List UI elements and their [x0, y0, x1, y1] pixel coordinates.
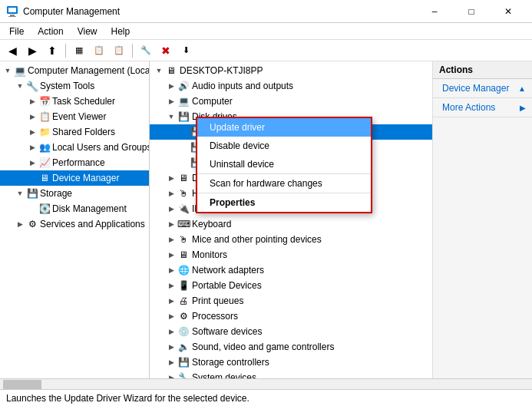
dev-print[interactable]: ▶ 🖨 Print queues	[150, 293, 432, 309]
actions-device-manager-arrow: ▲	[518, 84, 526, 93]
sidebar-label-shared-folders: Shared Folders	[52, 127, 115, 137]
expand-desktop: ▼	[153, 67, 165, 74]
storage-ctrl-label: Storage controllers	[192, 357, 269, 368]
menu-bar: File Action View Help	[0, 23, 532, 40]
main-area: ▼ 💻 Computer Management (Local ▼ 🔧 Syste…	[0, 61, 532, 378]
expand-sound: ▶	[165, 343, 177, 351]
dev-computer[interactable]: ▶ 💻 Computer	[150, 94, 432, 109]
title-bar: Computer Management – □ ✕	[0, 0, 532, 23]
menu-help[interactable]: Help	[105, 25, 137, 38]
sidebar: ▼ 💻 Computer Management (Local ▼ 🔧 Syste…	[0, 61, 150, 378]
actions-header: Actions	[433, 61, 532, 79]
ctx-uninstall-device[interactable]: Uninstall device	[197, 155, 371, 173]
new-button[interactable]: 🔧	[137, 42, 155, 59]
menu-file[interactable]: File	[3, 25, 30, 38]
toolbar-separator-2	[132, 44, 133, 58]
ctx-properties[interactable]: Properties	[197, 193, 371, 212]
sidebar-item-performance[interactable]: ▶ 📈 Performance	[0, 155, 149, 170]
actions-more-actions-item[interactable]: More Actions ▶	[433, 100, 532, 115]
app-icon	[6, 5, 18, 18]
horizontal-scrollbar[interactable]	[0, 378, 532, 389]
forward-button[interactable]: ▶	[23, 42, 41, 59]
sidebar-item-disk-mgmt[interactable]: 💽 Disk Management	[0, 201, 149, 216]
sidebar-label-event-viewer: Event Viewer	[52, 111, 106, 122]
expand-icon-local-users: ▶	[26, 144, 38, 151]
users-icon: 👥	[38, 142, 51, 153]
expand-system-devices: ▶	[165, 374, 177, 378]
actions-title: Actions	[439, 64, 473, 75]
sidebar-item-device-manager[interactable]: 🖥 Device Manager	[0, 170, 149, 186]
maximize-button[interactable]: □	[454, 0, 489, 23]
properties-toolbar-button[interactable]: 📋	[90, 42, 108, 59]
sidebar-item-system-tools[interactable]: ▼ 🔧 System Tools	[0, 78, 149, 94]
print-label: Print queues	[192, 295, 243, 306]
actions-more-arrow: ▶	[520, 104, 526, 112]
expand-network: ▶	[165, 266, 177, 274]
network-icon: 🌐	[177, 265, 190, 276]
actions-more-section: More Actions ▶	[433, 98, 532, 117]
status-text: Launches the Update Driver Wizard for th…	[6, 393, 249, 404]
dev-processors[interactable]: ▶ ⚙ Processors	[150, 309, 432, 324]
expand-ide: ▶	[165, 205, 177, 213]
expand-computer: ▶	[165, 97, 177, 105]
audio-icon: 🔊	[177, 81, 190, 91]
actions-device-manager-label: Device Manager	[442, 83, 509, 94]
download-button[interactable]: ⬇	[177, 42, 195, 59]
context-menu: Update driver Disable device Uninstall d…	[196, 117, 372, 213]
device-tree: ▼ 🖥 DESKTOP-KTJI8PP ▶ 🔊 Audio inputs and…	[150, 61, 432, 378]
svg-rect-3	[8, 16, 16, 17]
dev-system-devices[interactable]: ▶ 🔧 System devices	[150, 370, 432, 378]
dev-keyboard[interactable]: ▶ ⌨ Keyboard	[150, 216, 432, 232]
expand-disk-drives: ▼	[165, 113, 177, 120]
ide-icon: 🔌	[177, 203, 190, 214]
computer-dev-icon: 💻	[177, 96, 190, 107]
software-icon: 💿	[177, 326, 190, 337]
sidebar-item-local-users[interactable]: ▶ 👥 Local Users and Groups {	[0, 140, 149, 155]
window-controls: – □ ✕	[417, 0, 526, 23]
sidebar-item-services-apps[interactable]: ▶ ⚙ Services and Applications	[0, 216, 149, 232]
toolbar: ◀ ▶ ⬆ ▦ 📋 📋 🔧 ✖ ⬇	[0, 40, 532, 61]
window-title: Computer Management	[23, 6, 120, 17]
close-button[interactable]: ✕	[491, 0, 526, 23]
desktop-label: DESKTOP-KTJI8PP	[180, 65, 263, 76]
dev-mice[interactable]: ▶ 🖱 Mice and other pointing devices	[150, 232, 432, 247]
sidebar-item-task-scheduler[interactable]: ▶ 📅 Task Scheduler	[0, 94, 149, 109]
dev-audio[interactable]: ▶ 🔊 Audio inputs and outputs	[150, 78, 432, 94]
show-hide-button[interactable]: ▦	[70, 42, 88, 59]
expand-audio: ▶	[165, 82, 177, 90]
expand-icon-system-tools: ▼	[14, 82, 26, 90]
portable-label: Portable Devices	[192, 280, 262, 291]
sound-icon: 🔈	[177, 342, 190, 352]
sidebar-item-computer-mgmt[interactable]: ▼ 💻 Computer Management (Local	[0, 63, 149, 78]
expand-human: ▶	[165, 190, 177, 197]
computer-dev-label: Computer	[192, 96, 233, 107]
dev-network[interactable]: ▶ 🌐 Network adapters	[150, 262, 432, 278]
dev-sound[interactable]: ▶ 🔈 Sound, video and game controllers	[150, 339, 432, 355]
minimize-button[interactable]: –	[417, 0, 452, 23]
dev-portable[interactable]: ▶ 📱 Portable Devices	[150, 278, 432, 293]
delete-button[interactable]: ✖	[157, 42, 175, 59]
menu-action[interactable]: Action	[31, 25, 69, 38]
mice-label: Mice and other pointing devices	[192, 234, 322, 245]
sound-label: Sound, video and game controllers	[192, 342, 334, 352]
expand-icon-shared-folders: ▶	[26, 128, 38, 136]
refresh-toolbar-button[interactable]: 📋	[110, 42, 128, 59]
up-button[interactable]: ⬆	[43, 42, 61, 59]
dev-monitors[interactable]: ▶ 🖥 Monitors	[150, 247, 432, 262]
sidebar-item-storage[interactable]: ▼ 💾 Storage	[0, 186, 149, 201]
sidebar-item-event-viewer[interactable]: ▶ 📋 Event Viewer	[0, 109, 149, 124]
device-mgr-icon: 🖥	[38, 173, 51, 183]
dev-storage-ctrl[interactable]: ▶ 💾 Storage controllers	[150, 355, 432, 370]
ctx-update-driver[interactable]: Update driver	[197, 118, 371, 137]
sidebar-label-computer-mgmt: Computer Management (Local	[28, 65, 150, 76]
dev-software[interactable]: ▶ 💿 Software devices	[150, 324, 432, 339]
back-button[interactable]: ◀	[3, 42, 21, 59]
device-root[interactable]: ▼ 🖥 DESKTOP-KTJI8PP	[150, 63, 432, 78]
sidebar-item-shared-folders[interactable]: ▶ 📁 Shared Folders	[0, 124, 149, 140]
svg-rect-1	[8, 8, 16, 12]
ctx-disable-device[interactable]: Disable device	[197, 137, 371, 155]
actions-device-manager-item[interactable]: Device Manager ▲	[433, 81, 532, 96]
ctx-scan[interactable]: Scan for hardware changes	[197, 173, 371, 193]
computer-icon: 💻	[14, 65, 26, 77]
menu-view[interactable]: View	[71, 25, 104, 38]
